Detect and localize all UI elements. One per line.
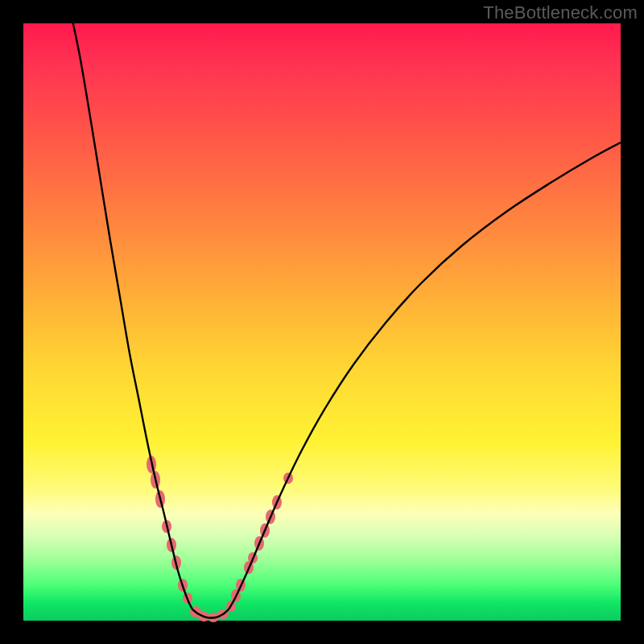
markers-group: [147, 456, 293, 622]
curves-group: [72, 17, 621, 618]
bottleneck-plot: [23, 23, 621, 621]
curve-left-branch: [72, 17, 192, 609]
watermark-text: TheBottleneck.com: [483, 2, 638, 23]
outer-frame: TheBottleneck.com: [0, 0, 644, 644]
curve-right-branch: [229, 142, 621, 609]
